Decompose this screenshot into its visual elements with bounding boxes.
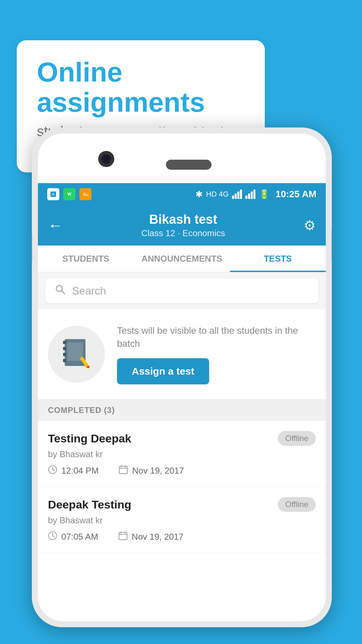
status-icons-left: A W (47, 188, 92, 200)
svg-line-19 (53, 470, 55, 471)
back-button[interactable]: ← (48, 217, 63, 234)
svg-marker-15 (87, 368, 89, 370)
test-by: by Bhaswat kr (48, 449, 316, 460)
bubble-title: Online assignments (37, 57, 245, 117)
status-icons-right: ✱ HD 4G 🔋 (195, 189, 316, 200)
signal-bars (232, 190, 242, 199)
assign-test-button[interactable]: Assign a test (117, 358, 209, 384)
network-label: HD 4G (206, 190, 229, 199)
test-item: Deepak Testing Offline by Bhaswat kr (38, 487, 326, 553)
test-by-2: by Bhaswat kr (48, 515, 316, 526)
app-title: Bikash test (141, 212, 225, 227)
test-meta-2: 07:05 AM Nov 19, 2017 (48, 531, 316, 543)
earpiece (166, 160, 212, 170)
assign-description: Tests will be visible to all the student… (117, 324, 316, 350)
svg-text:A: A (52, 192, 55, 196)
test-time: 12:04 PM (48, 465, 99, 477)
tab-students[interactable]: STUDENTS (38, 246, 134, 272)
svg-rect-27 (119, 532, 127, 540)
bluetooth-icon: ✱ (195, 189, 203, 200)
power-button (331, 228, 332, 262)
search-bar[interactable]: Search (45, 278, 318, 303)
svg-text:W: W (67, 192, 71, 197)
notebook-icon (61, 337, 92, 371)
assign-icon-circle (48, 326, 105, 383)
test-time-2: 07:05 AM (48, 531, 98, 543)
svg-rect-16 (87, 366, 89, 368)
phone-inner: A W (38, 133, 326, 621)
test-date: Nov 19, 2017 (119, 465, 184, 477)
search-icon (55, 284, 66, 298)
svg-rect-9 (63, 341, 66, 344)
whatsapp-icon: W (63, 188, 75, 200)
camera (98, 151, 114, 167)
test-item-header-2: Deepak Testing Offline (48, 497, 316, 512)
app-subtitle: Class 12 · Economics (141, 228, 225, 238)
app-bar-title-block: Bikash test Class 12 · Economics (141, 212, 225, 238)
svg-rect-12 (63, 359, 66, 362)
search-placeholder: Search (72, 285, 106, 297)
test-item-header: Testing Deepak Offline (48, 431, 316, 446)
tab-announcements[interactable]: ANNOUNCEMENTS (134, 246, 230, 272)
search-bar-wrapper: Search (38, 272, 326, 309)
volume-button (32, 235, 33, 262)
svg-line-7 (62, 291, 65, 294)
assign-right: Tests will be visible to all the student… (117, 324, 316, 384)
test-item: Testing Deepak Offline by Bhaswat kr (38, 421, 326, 487)
assign-section: Tests will be visible to all the student… (38, 309, 326, 399)
tab-tests[interactable]: TESTS (230, 246, 326, 272)
svg-rect-20 (119, 466, 127, 474)
test-badge: Offline (278, 431, 316, 446)
svg-rect-11 (63, 353, 66, 356)
completed-header: COMPLETED (3) (38, 399, 326, 421)
screen: A W (38, 183, 326, 621)
signal-bars-2 (245, 190, 255, 199)
test-badge-2: Offline (278, 497, 316, 512)
app-bar: ← Bikash test Class 12 · Economics ⚙ (38, 205, 326, 246)
status-bar: A W (38, 183, 326, 205)
battery-icon: 🔋 (259, 189, 269, 200)
status-time: 10:25 AM (276, 189, 316, 200)
calendar-icon-2 (118, 531, 128, 543)
test-meta: 12:04 PM Nov 19, 2017 (48, 465, 316, 477)
clock-icon (48, 465, 57, 477)
phone-frame: A W (32, 127, 332, 627)
svg-rect-10 (63, 347, 66, 350)
svg-line-26 (53, 536, 55, 537)
tab-bar: STUDENTS ANNOUNCEMENTS TESTS (38, 246, 326, 272)
app-icon-1: A (47, 188, 59, 200)
test-name-2: Deepak Testing (48, 498, 131, 511)
calendar-icon (119, 465, 128, 477)
gallery-icon (79, 188, 92, 200)
clock-icon-2 (48, 531, 57, 543)
test-date-2: Nov 19, 2017 (118, 531, 184, 543)
test-name: Testing Deepak (48, 432, 131, 445)
settings-button[interactable]: ⚙ (304, 218, 316, 233)
